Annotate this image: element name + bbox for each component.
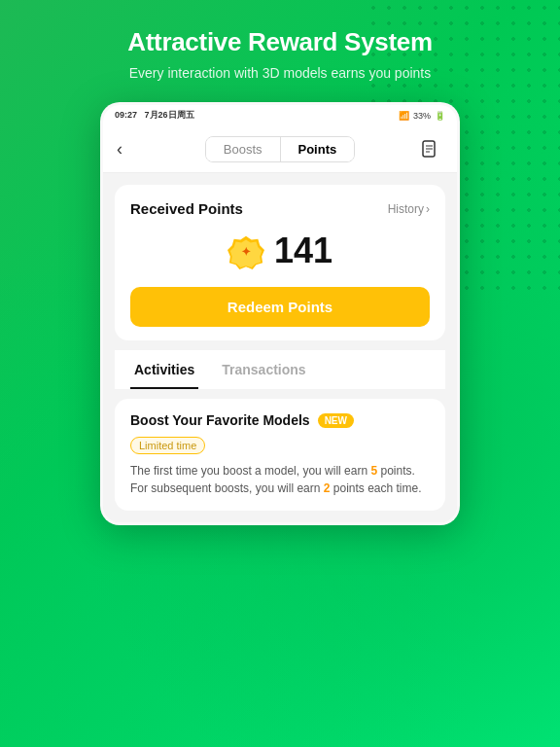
activity-card: Boost Your Favorite Models NEW Limited t… (115, 399, 445, 511)
tab-group: Boosts Points (205, 136, 355, 162)
status-bar: 09:27 7月26日周五 📶 33% 🔋 (103, 105, 457, 125)
page-headline: Attractive Reward System (127, 27, 433, 57)
received-points-label: Received Points (130, 200, 243, 217)
page-subheadline: Every interaction with 3D models earns y… (129, 65, 431, 81)
history-link[interactable]: History › (388, 202, 430, 216)
activities-tabs: Activities Transactions (115, 350, 445, 389)
points-number: 141 (274, 231, 332, 271)
redeem-button[interactable]: Redeem Points (130, 287, 430, 327)
status-time-date: 09:27 7月26日周五 (115, 109, 194, 122)
points-card-header: Received Points History › (130, 200, 430, 217)
app-body: Received Points History › ✦ 141 Rede (103, 173, 457, 522)
svg-text:✦: ✦ (241, 245, 251, 259)
points-display: ✦ 141 (130, 231, 430, 271)
points-card: Received Points History › ✦ 141 Rede (115, 185, 445, 340)
activity-description: The first time you boost a model, you wi… (130, 462, 430, 497)
document-icon[interactable] (416, 135, 443, 162)
app-header: ‹ Boosts Points (103, 125, 457, 173)
wifi-icon: 📶 (399, 111, 409, 121)
page-content: Attractive Reward System Every interacti… (0, 0, 560, 525)
tab-boosts[interactable]: Boosts (206, 137, 281, 161)
coin-icon: ✦ (228, 232, 264, 269)
tab-transactions[interactable]: Transactions (218, 350, 309, 389)
activity-title: Boost Your Favorite Models (130, 412, 310, 428)
new-badge: NEW (318, 413, 354, 428)
battery-icon: 🔋 (435, 111, 445, 121)
tab-activities[interactable]: Activities (130, 350, 198, 389)
limited-time-badge: Limited time (130, 437, 205, 454)
tab-points[interactable]: Points (281, 137, 355, 161)
status-right-icons: 📶 33% 🔋 (399, 111, 445, 121)
back-button[interactable]: ‹ (117, 139, 144, 160)
device-frame: 09:27 7月26日周五 📶 33% 🔋 ‹ Boosts Points (100, 102, 460, 525)
activity-card-header: Boost Your Favorite Models NEW (130, 412, 430, 428)
